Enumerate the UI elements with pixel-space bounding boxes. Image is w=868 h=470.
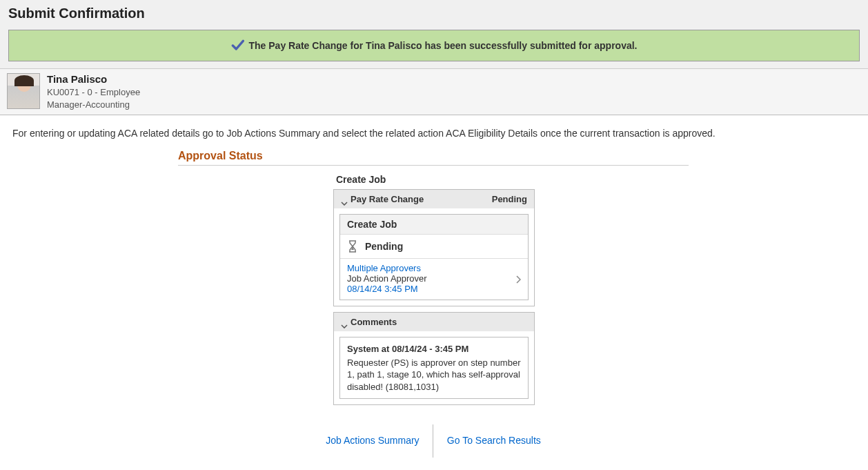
success-banner: The Pay Rate Change for Tina Palisco has… [8,30,860,61]
employee-id-line: KU0071 - 0 - Employee [47,86,140,99]
hourglass-icon [347,240,358,253]
create-job-subhead: Create Job [336,174,535,185]
approver-role-text: Job Action Approver [347,273,521,284]
comments-header[interactable]: Comments [334,313,534,331]
employee-header: Tina Palisco KU0071 - 0 - Employee Manag… [0,69,868,115]
comment-card: System at 08/14/24 - 3:45 PM Requester (… [339,337,529,399]
create-job-card: Create Job Pending Multiple Approvers Jo… [339,214,529,300]
checkmark-icon [230,39,244,52]
page-title: Submit Confirmation [8,6,860,21]
go-to-search-results-link[interactable]: Go To Search Results [439,435,549,446]
comment-meta: System at 08/14/24 - 3:45 PM [347,343,521,355]
employee-role: Manager-Accounting [47,99,140,111]
approval-status-heading: Approval Status [178,150,689,166]
job-actions-summary-link[interactable]: Job Actions Summary [317,435,427,446]
multiple-approvers-link[interactable]: Multiple Approvers [347,263,521,273]
panel-status-text: Pending [492,194,527,204]
pending-status-label: Pending [365,241,403,252]
chevron-down-icon [341,197,348,202]
chevron-down-icon [341,320,348,324]
approver-row[interactable]: Multiple Approvers Job Action Approver 0… [340,259,528,300]
create-job-card-title: Create Job [340,215,528,235]
panel-title-text: Pay Rate Change [351,194,424,204]
comment-body-text: Requester (PS) is approver on step numbe… [347,357,521,393]
employee-name: Tina Palisco [47,73,140,85]
pay-rate-change-header[interactable]: Pay Rate Change Pending [334,190,534,208]
success-message-text: The Pay Rate Change for Tina Palisco has… [248,40,637,51]
footer-separator [433,424,433,458]
pending-row: Pending [340,235,528,259]
chevron-right-icon[interactable] [515,275,521,284]
avatar [7,73,40,109]
instruction-text: For entering or updating ACA related det… [0,115,868,146]
pay-rate-change-panel: Pay Rate Change Pending Create Job Pendi… [333,189,535,306]
footer-links: Job Actions Summary Go To Search Results [178,424,689,458]
comments-title-text: Comments [351,317,397,327]
approver-timestamp: 08/14/24 3:45 PM [347,284,521,294]
comments-panel: Comments System at 08/14/24 - 3:45 PM Re… [333,312,535,405]
